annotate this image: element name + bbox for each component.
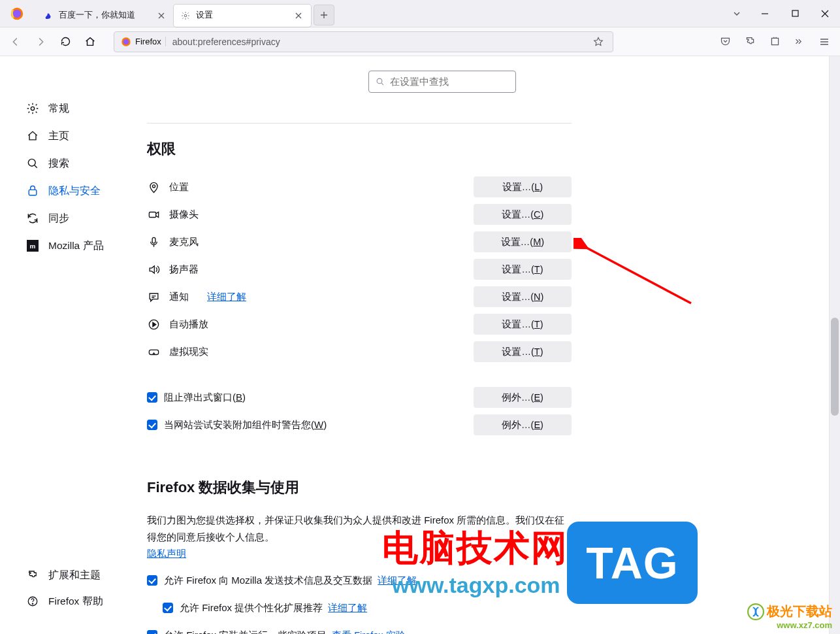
pocket-icon[interactable] (715, 31, 735, 52)
sidebar-item-search[interactable]: 搜索 (20, 150, 147, 176)
app-menu-icon[interactable] (814, 31, 835, 52)
tab-baidu[interactable]: 百度一下，你就知道 (37, 5, 174, 27)
category-sidebar: 常规 主页 搜索 隐私与安全 同步 m Mozilla 产品 扩展和主题 (0, 56, 147, 634)
sidebar-item-label: Firefox 帮助 (48, 595, 103, 609)
vertical-scrollbar[interactable] (829, 56, 840, 634)
permission-label: 自动播放 (169, 318, 208, 331)
permission-label: 虚拟现实 (169, 346, 208, 358)
data-collection-heading: Firefox 数据收集与使用 (147, 478, 572, 497)
sidebar-item-home[interactable]: 主页 (20, 123, 147, 149)
svg-point-1 (13, 9, 21, 17)
sync-icon (26, 212, 39, 225)
exceptions-button-popups[interactable]: 例外…(E) (474, 387, 572, 408)
learn-more-link[interactable]: 详细了解 (207, 291, 246, 303)
reload-button[interactable] (55, 31, 76, 52)
svg-point-14 (377, 78, 382, 84)
search-settings-input[interactable]: 在设置中查找 (368, 71, 516, 93)
tab-settings[interactable]: 设置 (174, 5, 311, 27)
permissions-heading: 权限 (147, 139, 572, 159)
data-collection-description: 我们力图为您提供选择权，并保证只收集我们为众人提供和改进 Firefox 所需的… (147, 512, 572, 545)
close-window-button[interactable] (810, 2, 840, 25)
sidebar-item-mozilla[interactable]: m Mozilla 产品 (20, 233, 147, 259)
studies-checkbox[interactable] (147, 630, 157, 634)
address-bar[interactable]: Firefox about:preferences#privacy (114, 31, 613, 52)
scrollbar-thumb[interactable] (831, 318, 839, 416)
sidebar-item-help[interactable]: Firefox 帮助 (20, 588, 147, 614)
new-tab-button[interactable] (314, 5, 334, 25)
close-icon[interactable] (293, 10, 304, 22)
view-studies-link[interactable]: 查看 Firefox 实验 (332, 629, 405, 635)
sidebar-item-sync[interactable]: 同步 (20, 205, 147, 231)
privacy-notice-link[interactable]: 隐私声明 (147, 548, 186, 559)
svg-rect-9 (29, 190, 37, 195)
maximize-button[interactable] (780, 2, 810, 25)
extension-pin-icon[interactable] (764, 31, 785, 52)
firefox-icon (9, 6, 25, 22)
permission-location: 位置 设置…(L) (147, 173, 572, 201)
settings-button-speaker[interactable]: 设置…(T) (474, 259, 572, 280)
sidebar-item-label: 隐私与安全 (48, 184, 101, 198)
search-icon (26, 157, 39, 170)
svg-point-15 (152, 184, 155, 187)
checkbox-label: 允许 Firefox 安装并运行一些实验项目 (164, 629, 327, 635)
permission-label: 摄像头 (169, 209, 199, 221)
block-popups-row: 阻止弹出式窗口(B) 例外…(E) (147, 384, 572, 411)
learn-more-link[interactable]: 详细了解 (328, 602, 367, 614)
settings-button-autoplay[interactable]: 设置…(T) (474, 314, 572, 335)
svg-point-2 (184, 14, 187, 17)
identity-icon[interactable]: Firefox (118, 34, 169, 50)
bookmark-star-icon[interactable] (588, 31, 609, 52)
minimize-button[interactable] (750, 2, 780, 25)
help-icon (26, 595, 39, 608)
checkbox-label: 允许 Firefox 提供个性化扩展推荐 (180, 602, 323, 614)
warn-addon-checkbox[interactable] (147, 420, 157, 430)
window-controls (724, 2, 840, 25)
sidebar-item-privacy[interactable]: 隐私与安全 (20, 178, 147, 204)
settings-button-notifications[interactable]: 设置…(N) (474, 286, 572, 307)
back-button[interactable] (5, 31, 26, 52)
personalized-ext-checkbox[interactable] (163, 603, 173, 613)
checkbox-label: 允许 Firefox 向 Mozilla 发送技术信息及交互数据 (164, 575, 372, 587)
forward-button[interactable] (30, 31, 51, 52)
sidebar-item-label: 扩展和主题 (48, 569, 101, 582)
settings-button-vr[interactable]: 设置…(T) (474, 341, 572, 362)
permission-speaker: 扬声器 设置…(T) (147, 256, 572, 283)
close-icon[interactable] (155, 10, 167, 22)
checkbox-label: 阻止弹出式窗口(B) (164, 392, 246, 404)
gear-icon (180, 10, 191, 21)
overflow-icon[interactable] (789, 31, 810, 52)
settings-button-location[interactable]: 设置…(L) (474, 176, 572, 197)
checkbox-label: 当网站尝试安装附加组件时警告您(W) (164, 419, 327, 431)
personalized-ext-row: 允许 Firefox 提供个性化扩展推荐 详细了解 (163, 594, 572, 622)
settings-button-microphone[interactable]: 设置…(M) (474, 231, 572, 252)
home-button[interactable] (80, 31, 101, 52)
speaker-icon (147, 263, 160, 276)
permission-autoplay: 自动播放 设置…(T) (147, 310, 572, 338)
sidebar-item-addons[interactable]: 扩展和主题 (20, 562, 147, 588)
permission-microphone: 麦克风 设置…(M) (147, 228, 572, 256)
svg-point-13 (32, 603, 33, 604)
tabs-dropdown-button[interactable] (724, 2, 750, 25)
block-popups-checkbox[interactable] (147, 392, 157, 403)
learn-more-link[interactable]: 详细了解 (378, 575, 417, 587)
nav-toolbar: Firefox about:preferences#privacy (0, 27, 840, 56)
svg-rect-17 (152, 237, 155, 243)
exceptions-button-addons[interactable]: 例外…(E) (474, 414, 572, 435)
microphone-icon (147, 235, 160, 248)
settings-main: 在设置中查找 权限 位置 设置…(L) 摄像头 设置…(C) (147, 56, 829, 634)
settings-button-camera[interactable]: 设置…(C) (474, 204, 572, 225)
svg-rect-16 (149, 212, 155, 217)
permission-label: 位置 (169, 181, 189, 193)
telemetry-checkbox[interactable] (147, 575, 157, 586)
svg-rect-6 (771, 38, 778, 44)
puzzle-icon (26, 569, 39, 582)
location-icon (147, 180, 160, 193)
autoplay-icon (147, 318, 160, 331)
telemetry-row: 允许 Firefox 向 Mozilla 发送技术信息及交互数据 详细了解 (147, 567, 572, 594)
sidebar-item-general[interactable]: 常规 (20, 95, 147, 122)
svg-point-7 (31, 107, 34, 110)
tab-title: 设置 (196, 10, 287, 21)
extensions-icon[interactable] (739, 31, 760, 52)
url-text: about:preferences#privacy (172, 37, 584, 47)
sidebar-item-label: 搜索 (48, 157, 69, 171)
